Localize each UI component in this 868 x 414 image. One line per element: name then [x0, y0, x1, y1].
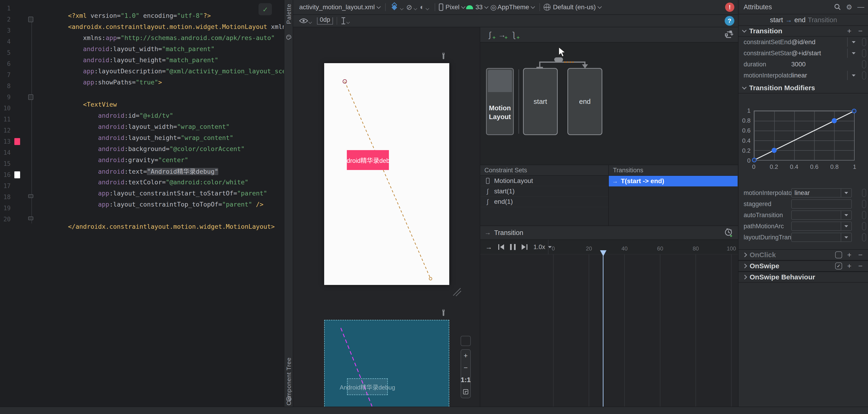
chevron-down-icon[interactable] — [308, 20, 312, 24]
zoom-out-button[interactable]: − — [461, 362, 470, 374]
skip-to-end-button[interactable] — [522, 244, 527, 250]
fold-marker[interactable] — [28, 17, 33, 22]
curve-endpoint[interactable] — [852, 109, 857, 113]
theme-selector[interactable]: AppTheme — [497, 3, 529, 11]
chevron-down-icon[interactable] — [531, 4, 535, 8]
transition-connector[interactable] — [539, 61, 585, 63]
wrench-icon[interactable] — [439, 51, 448, 61]
constraint-set-item[interactable]: ∫ end(1) — [480, 197, 608, 207]
wrench-icon[interactable] — [439, 307, 448, 317]
flag-toggle[interactable] — [862, 38, 866, 46]
color-swatch[interactable] — [14, 171, 20, 178]
curve-control-point[interactable] — [832, 118, 837, 123]
motion-overview-canvas[interactable]: Motion Layout start end — [480, 42, 738, 165]
device-selector[interactable]: Pixel — [445, 3, 460, 11]
file-name[interactable]: activity_motion_layout.xml — [299, 3, 375, 11]
attribute-input[interactable] — [791, 233, 852, 242]
fold-marker[interactable] — [28, 216, 33, 220]
start-constraint-set-card[interactable]: start — [523, 68, 558, 135]
dropdown-button[interactable] — [847, 71, 860, 80]
zoom-fit-button[interactable] — [461, 386, 470, 398]
interpolator-graph[interactable]: 10.80.60.40.20 00.20.40.60.81 — [754, 111, 855, 160]
chevron-down-icon[interactable] — [461, 4, 465, 8]
constraint-set-item[interactable]: ∫ start(1) — [480, 186, 608, 197]
flag-toggle[interactable] — [862, 222, 866, 230]
hide-panel-icon[interactable]: — — [857, 3, 864, 11]
skip-to-start-button[interactable] — [498, 244, 504, 250]
go-to-start-button[interactable]: → — [485, 243, 492, 251]
playhead-handle-icon[interactable] — [600, 250, 607, 256]
remove-button[interactable]: − — [857, 251, 864, 259]
attribute-input[interactable]: linear — [791, 188, 852, 198]
zoom-1to1-button[interactable]: 1:1 — [461, 374, 470, 386]
attributes-section-header[interactable]: OnClick + − — [739, 249, 868, 260]
flag-toggle[interactable] — [862, 60, 866, 68]
transition-item-selected[interactable]: → T(start -> end) — [609, 176, 738, 186]
add-button[interactable]: + — [845, 262, 853, 270]
transition-drag-handle[interactable] — [554, 57, 563, 62]
attribute-value[interactable]: @+id/start — [791, 50, 847, 57]
attribute-value[interactable]: 3000 — [791, 61, 847, 68]
flag-toggle[interactable] — [862, 211, 866, 219]
dropdown-button[interactable] — [841, 233, 851, 241]
dropdown-button[interactable] — [841, 189, 851, 197]
canvas-resize-handle[interactable] — [452, 287, 462, 296]
timeline-body[interactable] — [480, 254, 738, 407]
insert-cursor-icon[interactable] — [343, 17, 344, 25]
dropdown-button[interactable] — [847, 37, 860, 47]
color-swatch[interactable] — [14, 138, 20, 145]
graph-plot-area[interactable] — [754, 111, 855, 160]
attribute-value[interactable]: linear — [791, 72, 847, 79]
attributes-section-header[interactable]: OnSwipe Behaviour — [739, 271, 868, 283]
visibility-eye-icon[interactable] — [299, 18, 308, 24]
flag-toggle[interactable] — [862, 200, 866, 208]
attribute-value[interactable]: @id/end — [791, 38, 847, 46]
chevron-down-icon[interactable] — [426, 6, 429, 10]
transition-section-header[interactable]: Transition + − — [739, 26, 868, 36]
flag-toggle[interactable] — [862, 189, 866, 197]
fold-marker[interactable] — [28, 94, 33, 100]
flag-toggle[interactable] — [862, 233, 866, 241]
remove-button[interactable]: − — [857, 27, 864, 35]
orientation-icon[interactable]: ⊘ — [406, 3, 412, 11]
attributes-section-header[interactable]: OnSwipe ✓ + − — [739, 260, 868, 271]
design-canvas[interactable]: Android精华录debug — [324, 63, 449, 285]
section-checkbox[interactable]: ✓ — [835, 263, 842, 269]
curve-endpoint[interactable] — [752, 158, 756, 162]
design-mode-icon[interactable] — [390, 3, 399, 12]
palette-tab[interactable]: Palette — [285, 4, 292, 25]
search-icon[interactable] — [834, 3, 841, 10]
pan-button[interactable] — [461, 336, 471, 346]
chevron-down-icon[interactable] — [400, 6, 404, 10]
add-button[interactable]: + — [845, 27, 853, 35]
chevron-down-icon[interactable] — [485, 4, 489, 8]
dropdown-button[interactable] — [847, 49, 860, 58]
curve-control-point[interactable] — [772, 148, 777, 153]
attribute-input[interactable] — [791, 199, 852, 209]
chevron-down-icon[interactable] — [346, 20, 350, 24]
chevron-down-icon[interactable] — [597, 4, 601, 8]
error-badge[interactable]: ! — [725, 3, 734, 12]
gear-icon[interactable]: ⚙ — [846, 3, 852, 11]
design-surface[interactable]: Android精华录debug Android精华录debug + − 1:1 — [293, 27, 480, 407]
constraint-set-item[interactable]: MotionLayout — [480, 176, 608, 186]
zoom-in-button[interactable]: + — [461, 350, 470, 362]
create-constraint-set-button[interactable]: ∫+ — [484, 29, 496, 40]
attribute-input[interactable] — [791, 221, 852, 231]
playback-speed-selector[interactable]: 1.0x — [533, 243, 552, 251]
night-mode-icon[interactable]: ◐ — [420, 3, 424, 11]
add-keyframe-clock-icon[interactable] — [724, 228, 734, 237]
default-margin-selector[interactable]: 0dp — [317, 17, 333, 25]
create-transition-button[interactable]: →+ — [496, 29, 508, 40]
pause-button[interactable] — [510, 244, 516, 250]
inspections-ok-icon[interactable]: ✓ — [258, 3, 272, 15]
motion-layout-card[interactable]: Motion Layout — [486, 68, 514, 135]
help-button[interactable]: ? — [725, 16, 734, 26]
create-click-handler-button[interactable]: ∫+ — [508, 29, 520, 40]
fold-marker[interactable] — [28, 194, 33, 198]
blueprint-canvas[interactable]: Android精华录debug — [324, 320, 449, 407]
textview-blueprint-outline[interactable]: Android精华录debug — [347, 378, 388, 395]
textview-widget[interactable]: Android精华录debug — [347, 150, 389, 170]
add-button[interactable]: + — [845, 251, 853, 259]
dropdown-button[interactable] — [841, 222, 851, 230]
